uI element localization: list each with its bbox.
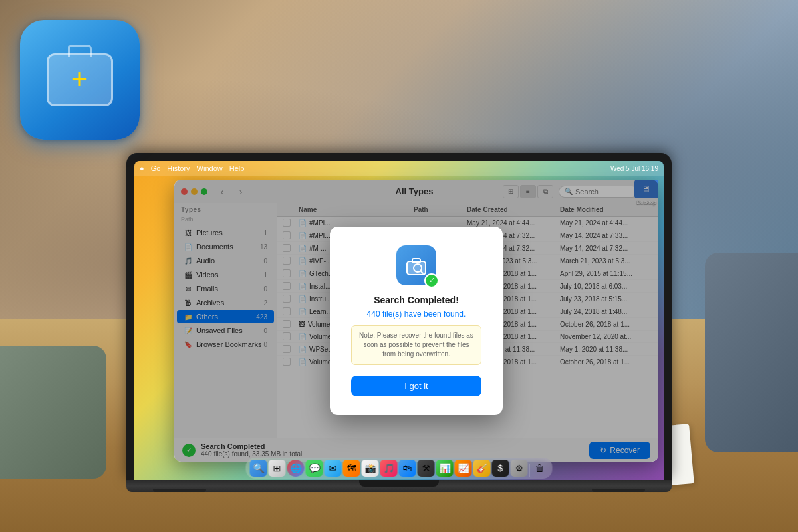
dock-xcode[interactable]: ⚒ xyxy=(418,460,435,477)
furniture-right xyxy=(705,253,798,452)
furniture-left xyxy=(0,346,106,479)
dock-maps[interactable]: 🗺 xyxy=(343,460,360,477)
dock-divider xyxy=(529,464,530,477)
laptop-base xyxy=(126,480,672,492)
laptop-notch xyxy=(359,480,439,487)
menubar: ● Go History Window Help Wed 5 Jul 16:19 xyxy=(134,161,664,176)
dock-messages[interactable]: 💬 xyxy=(306,460,323,477)
dock-terminal[interactable]: $ xyxy=(492,460,509,477)
modal-checkmark-icon: ✓ xyxy=(424,273,439,288)
dock-appstore[interactable]: 🛍 xyxy=(399,460,416,477)
modal-ok-button[interactable]: I got it xyxy=(351,376,481,396)
dock-numbers[interactable]: 📊 xyxy=(436,460,454,477)
laptop-foot-right xyxy=(592,489,645,492)
dock-finder[interactable]: 🔍 xyxy=(250,460,267,477)
dock-launchpad[interactable]: ⊞ xyxy=(269,460,286,477)
dock: 🔍 ⊞ 🌐 💬 ✉ 🗺 📸 🎵 🛍 ⚒ 📊 📈 🎸 $ ⚙ 🗑 xyxy=(246,458,553,479)
laptop-container: ● Go History Window Help Wed 5 Jul 16:19… xyxy=(126,153,672,492)
modal-note: Note: Please recover the found files as … xyxy=(351,325,481,365)
modal-app-icon-svg xyxy=(404,253,428,277)
menu-go[interactable]: Go xyxy=(151,164,161,172)
dock-garageband[interactable]: 🎸 xyxy=(473,460,491,477)
menu-history[interactable]: History xyxy=(167,164,190,172)
dock-trash[interactable]: 🗑 xyxy=(531,460,549,477)
menubar-right: Wed 5 Jul 16:19 xyxy=(610,165,658,172)
dock-system-prefs[interactable]: ⚙ xyxy=(511,460,528,477)
app-window: ‹ › All Types ⊞ ≡ ⧉ 🔍 ⊡ xyxy=(174,180,658,462)
menu-clock: Wed 5 Jul 16:19 xyxy=(610,165,658,172)
dock-mail[interactable]: ✉ xyxy=(325,460,342,477)
apple-menu[interactable]: ● xyxy=(140,164,144,172)
modal-overlay: ✓ Search Completed! 440 file(s) have bee… xyxy=(174,180,658,462)
laptop-foot-left xyxy=(153,489,206,492)
dock-photos[interactable]: 📸 xyxy=(362,460,379,477)
modal-dialog: ✓ Search Completed! 440 file(s) have bee… xyxy=(330,227,503,415)
modal-subtitle: 440 file(s) have been found. xyxy=(351,309,481,319)
app-badge: + xyxy=(20,20,140,140)
dock-stats[interactable]: 📈 xyxy=(455,460,472,477)
laptop-screen-outer: ● Go History Window Help Wed 5 Jul 16:19… xyxy=(126,153,672,480)
menu-help[interactable]: Help xyxy=(229,164,245,172)
dock-music[interactable]: 🎵 xyxy=(380,460,398,477)
modal-title: Search Completed! xyxy=(351,295,481,305)
laptop-screen: ● Go History Window Help Wed 5 Jul 16:19… xyxy=(134,161,664,480)
dock-chrome[interactable]: 🌐 xyxy=(287,460,305,477)
menubar-left: ● Go History Window Help xyxy=(140,164,244,172)
modal-icon: ✓ xyxy=(396,245,436,285)
menu-window[interactable]: Window xyxy=(197,164,223,172)
